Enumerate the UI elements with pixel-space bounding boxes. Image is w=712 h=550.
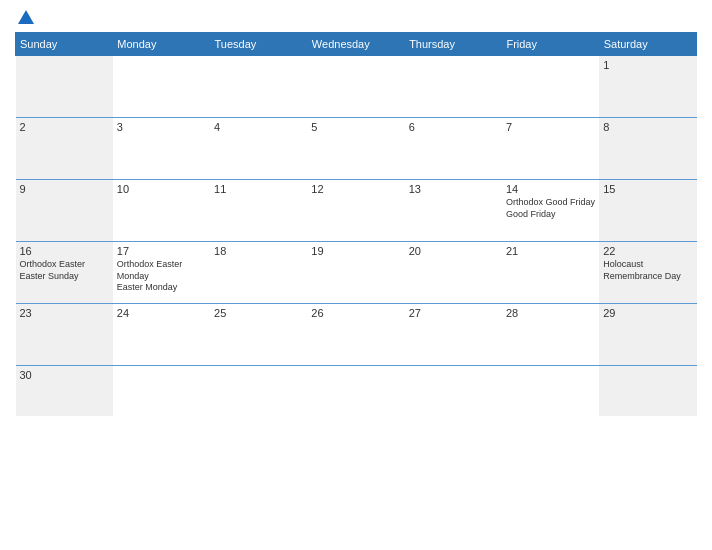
days-of-week-row: SundayMondayTuesdayWednesdayThursdayFrid… xyxy=(16,33,697,56)
day-number: 16 xyxy=(20,245,109,257)
week-row-2: 91011121314Orthodox Good FridayGood Frid… xyxy=(16,180,697,242)
logo xyxy=(15,10,37,24)
day-number: 15 xyxy=(603,183,692,195)
calendar-cell xyxy=(113,56,210,118)
calendar-cell xyxy=(502,56,599,118)
day-number: 6 xyxy=(409,121,498,133)
calendar-cell: 25 xyxy=(210,304,307,366)
event-label: Holocaust Remembrance Day xyxy=(603,259,692,282)
event-label: Orthodox Easter Monday xyxy=(117,259,206,282)
calendar-cell: 12 xyxy=(307,180,404,242)
calendar-cell: 14Orthodox Good FridayGood Friday xyxy=(502,180,599,242)
calendar-cell: 22Holocaust Remembrance Day xyxy=(599,242,696,304)
calendar-cell xyxy=(405,56,502,118)
calendar-cell xyxy=(210,56,307,118)
calendar-cell: 20 xyxy=(405,242,502,304)
day-number: 19 xyxy=(311,245,400,257)
day-number: 17 xyxy=(117,245,206,257)
logo-triangle-icon xyxy=(18,10,34,24)
day-of-week-sunday: Sunday xyxy=(16,33,113,56)
week-row-0: 1 xyxy=(16,56,697,118)
calendar-cell xyxy=(405,366,502,416)
day-number: 5 xyxy=(311,121,400,133)
calendar-cell: 9 xyxy=(16,180,113,242)
calendar-cell: 11 xyxy=(210,180,307,242)
day-number: 7 xyxy=(506,121,595,133)
day-number: 30 xyxy=(20,369,109,381)
day-number: 27 xyxy=(409,307,498,319)
day-of-week-monday: Monday xyxy=(113,33,210,56)
calendar-cell: 3 xyxy=(113,118,210,180)
calendar-cell: 24 xyxy=(113,304,210,366)
calendar-cell: 28 xyxy=(502,304,599,366)
day-number: 10 xyxy=(117,183,206,195)
calendar-cell: 6 xyxy=(405,118,502,180)
day-number: 20 xyxy=(409,245,498,257)
calendar-cell: 7 xyxy=(502,118,599,180)
calendar-cell: 21 xyxy=(502,242,599,304)
calendar-cell xyxy=(307,366,404,416)
day-number: 3 xyxy=(117,121,206,133)
calendar-cell: 15 xyxy=(599,180,696,242)
week-row-4: 23242526272829 xyxy=(16,304,697,366)
calendar-cell: 19 xyxy=(307,242,404,304)
calendar-cell xyxy=(307,56,404,118)
day-of-week-saturday: Saturday xyxy=(599,33,696,56)
event-label: Easter Sunday xyxy=(20,271,109,283)
calendar-cell xyxy=(16,56,113,118)
day-number: 29 xyxy=(603,307,692,319)
calendar-cell: 4 xyxy=(210,118,307,180)
calendar-cell: 16Orthodox EasterEaster Sunday xyxy=(16,242,113,304)
day-number: 22 xyxy=(603,245,692,257)
calendar-cell xyxy=(210,366,307,416)
day-of-week-friday: Friday xyxy=(502,33,599,56)
calendar-cell: 17Orthodox Easter MondayEaster Monday xyxy=(113,242,210,304)
calendar-cell: 8 xyxy=(599,118,696,180)
calendar-cell: 1 xyxy=(599,56,696,118)
day-number: 18 xyxy=(214,245,303,257)
calendar-cell xyxy=(113,366,210,416)
event-label: Orthodox Easter xyxy=(20,259,109,271)
day-of-week-wednesday: Wednesday xyxy=(307,33,404,56)
event-label: Good Friday xyxy=(506,209,595,221)
calendar-body: 1234567891011121314Orthodox Good FridayG… xyxy=(16,56,697,416)
calendar-cell: 10 xyxy=(113,180,210,242)
calendar-cell: 27 xyxy=(405,304,502,366)
week-row-5: 30 xyxy=(16,366,697,416)
day-of-week-tuesday: Tuesday xyxy=(210,33,307,56)
calendar-cell: 29 xyxy=(599,304,696,366)
calendar-cell: 23 xyxy=(16,304,113,366)
day-number: 25 xyxy=(214,307,303,319)
page: SundayMondayTuesdayWednesdayThursdayFrid… xyxy=(0,0,712,550)
day-number: 9 xyxy=(20,183,109,195)
day-number: 11 xyxy=(214,183,303,195)
day-number: 2 xyxy=(20,121,109,133)
day-number: 13 xyxy=(409,183,498,195)
day-number: 4 xyxy=(214,121,303,133)
day-of-week-thursday: Thursday xyxy=(405,33,502,56)
calendar-table: SundayMondayTuesdayWednesdayThursdayFrid… xyxy=(15,32,697,416)
calendar-cell xyxy=(599,366,696,416)
week-row-1: 2345678 xyxy=(16,118,697,180)
day-number: 24 xyxy=(117,307,206,319)
header xyxy=(15,10,697,24)
calendar-cell xyxy=(502,366,599,416)
calendar-cell: 18 xyxy=(210,242,307,304)
calendar-cell: 30 xyxy=(16,366,113,416)
day-number: 14 xyxy=(506,183,595,195)
calendar-header: SundayMondayTuesdayWednesdayThursdayFrid… xyxy=(16,33,697,56)
day-number: 23 xyxy=(20,307,109,319)
day-number: 28 xyxy=(506,307,595,319)
event-label: Easter Monday xyxy=(117,282,206,294)
calendar-cell: 13 xyxy=(405,180,502,242)
day-number: 26 xyxy=(311,307,400,319)
day-number: 12 xyxy=(311,183,400,195)
event-label: Orthodox Good Friday xyxy=(506,197,595,209)
day-number: 1 xyxy=(603,59,692,71)
week-row-3: 16Orthodox EasterEaster Sunday17Orthodox… xyxy=(16,242,697,304)
calendar-cell: 5 xyxy=(307,118,404,180)
calendar-cell: 26 xyxy=(307,304,404,366)
day-number: 21 xyxy=(506,245,595,257)
calendar-cell: 2 xyxy=(16,118,113,180)
day-number: 8 xyxy=(603,121,692,133)
